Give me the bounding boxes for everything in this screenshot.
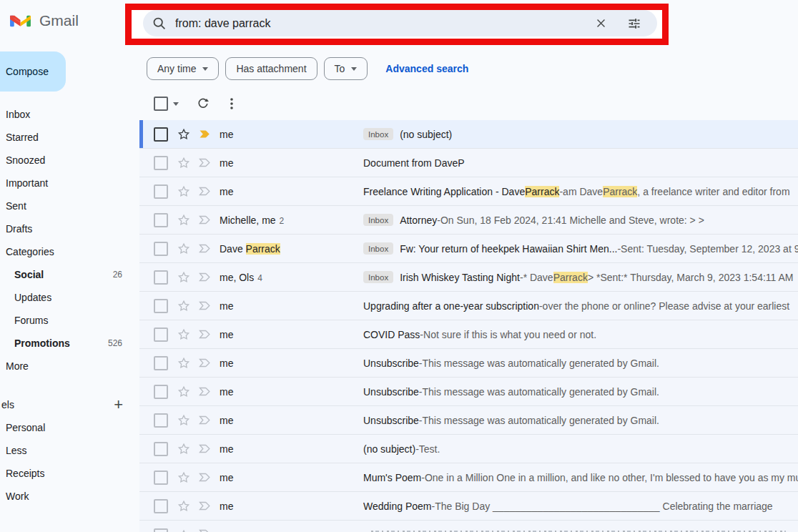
select-dropdown-chevron-icon[interactable] bbox=[173, 102, 179, 106]
thread-row[interactable]: meFreelance Writing Application - Dave P… bbox=[139, 177, 798, 206]
sidebar-item-snoozed[interactable]: Snoozed bbox=[0, 149, 139, 172]
row-checkbox[interactable] bbox=[154, 385, 168, 399]
thread-row[interactable]: meCOVID Pass - Not sure if this is what … bbox=[139, 320, 798, 349]
compose-button[interactable]: Compose bbox=[0, 51, 66, 92]
importance-marker-icon[interactable] bbox=[198, 129, 212, 139]
row-checkbox[interactable] bbox=[154, 471, 168, 485]
select-all-checkbox[interactable] bbox=[154, 97, 168, 111]
importance-marker-icon[interactable] bbox=[198, 272, 212, 282]
sidebar-item-sent[interactable]: Sent bbox=[0, 194, 139, 217]
importance-marker-icon[interactable] bbox=[198, 157, 212, 168]
thread-row[interactable]: me(no subject) - Test. bbox=[139, 435, 798, 463]
sidebar-item-drafts[interactable]: Drafts bbox=[0, 217, 139, 240]
importance-marker-icon[interactable] bbox=[198, 358, 212, 368]
sidebar-label-personal[interactable]: Personal bbox=[0, 416, 139, 439]
sidebar-item-starred[interactable]: Starred bbox=[0, 126, 139, 149]
star-icon[interactable] bbox=[177, 442, 191, 456]
subject-text: Fw: Your return of heekpek Hawaiian Shir… bbox=[400, 243, 617, 255]
thread-row[interactable] bbox=[139, 521, 798, 532]
filter-chip-label: To bbox=[335, 63, 345, 74]
thread-row[interactable]: meInbox(no subject) bbox=[139, 120, 798, 149]
create-label-plus-icon[interactable]: + bbox=[114, 397, 123, 413]
row-checkbox[interactable] bbox=[154, 528, 168, 532]
importance-marker-icon[interactable] bbox=[198, 443, 212, 454]
star-icon[interactable] bbox=[177, 242, 191, 256]
thread-row[interactable]: meMum's Poem - One in a Million One in a… bbox=[139, 463, 798, 492]
sidebar-item-inbox[interactable]: Inbox bbox=[0, 103, 139, 126]
filter-chip-to[interactable]: To bbox=[324, 57, 368, 80]
sidebar-item-social[interactable]: Social26 bbox=[0, 263, 139, 286]
sender-text: me bbox=[220, 358, 233, 369]
refresh-icon[interactable] bbox=[196, 97, 210, 111]
sidebar-item-promotions[interactable]: Promotions526 bbox=[0, 332, 139, 355]
star-icon[interactable] bbox=[177, 413, 191, 428]
row-checkbox[interactable] bbox=[154, 327, 168, 342]
thread-row[interactable]: Michelle, me2InboxAttorney - On Sun, 18 … bbox=[139, 206, 798, 235]
row-checkbox[interactable] bbox=[154, 127, 168, 142]
row-checkbox[interactable] bbox=[154, 299, 168, 313]
importance-marker-icon[interactable] bbox=[198, 215, 212, 225]
row-checkbox[interactable] bbox=[154, 184, 168, 199]
row-checkbox[interactable] bbox=[154, 442, 168, 456]
sidebar-nav: InboxStarredSnoozedImportantSentDraftsCa… bbox=[0, 103, 139, 508]
star-icon[interactable] bbox=[177, 385, 191, 399]
importance-marker-icon[interactable] bbox=[198, 528, 212, 532]
importance-marker-icon[interactable] bbox=[198, 300, 212, 311]
row-checkbox[interactable] bbox=[154, 356, 168, 370]
row-checkbox[interactable] bbox=[154, 413, 168, 428]
sidebar-item-label: Social bbox=[14, 269, 44, 280]
thread-row[interactable]: meWedding Poem - The Big Day ___________… bbox=[139, 492, 798, 521]
thread-row[interactable]: meUpgrading after a one-year subscriptio… bbox=[139, 292, 798, 320]
clear-search-icon[interactable] bbox=[595, 17, 607, 29]
search-options-icon[interactable] bbox=[627, 16, 641, 31]
star-icon[interactable] bbox=[177, 127, 191, 142]
row-checkbox[interactable] bbox=[154, 499, 168, 513]
star-icon[interactable] bbox=[177, 270, 191, 285]
star-icon[interactable] bbox=[177, 356, 191, 370]
filter-chip-has-attachment[interactable]: Has attachment bbox=[225, 57, 317, 80]
row-checkbox[interactable] bbox=[154, 270, 168, 285]
sidebar-label-work[interactable]: Work bbox=[0, 485, 139, 508]
importance-marker-icon[interactable] bbox=[198, 415, 212, 425]
snippet-text: This message was automatically generated… bbox=[423, 386, 659, 398]
thread-row[interactable]: meDocument from DaveP bbox=[139, 149, 798, 177]
search-bar[interactable]: from: dave parrack bbox=[143, 10, 657, 36]
filter-chip-any-time[interactable]: Any time bbox=[147, 57, 219, 80]
star-icon[interactable] bbox=[177, 327, 191, 342]
more-options-icon[interactable] bbox=[225, 97, 238, 111]
star-icon[interactable] bbox=[177, 213, 191, 227]
sidebar-label-less[interactable]: Less bbox=[0, 439, 139, 462]
star-icon[interactable] bbox=[177, 528, 191, 532]
star-icon[interactable] bbox=[177, 471, 191, 485]
sidebar-item-important[interactable]: Important bbox=[0, 172, 139, 194]
importance-marker-icon[interactable] bbox=[198, 329, 212, 340]
sender-cell: me, Ols4 bbox=[220, 272, 348, 283]
importance-marker-icon[interactable] bbox=[198, 243, 212, 254]
star-icon[interactable] bbox=[177, 184, 191, 199]
row-checkbox[interactable] bbox=[154, 213, 168, 227]
sidebar-label-receipts[interactable]: Receipts bbox=[0, 462, 139, 485]
sidebar-item-forums[interactable]: Forums bbox=[0, 309, 139, 332]
thread-row[interactable]: meUnsubscribe - This message was automat… bbox=[139, 349, 798, 378]
thread-row[interactable]: Dave ParrackInboxFw: Your return of heek… bbox=[139, 235, 798, 263]
importance-marker-icon[interactable] bbox=[198, 501, 212, 511]
search-input-value[interactable]: from: dave parrack bbox=[175, 17, 595, 30]
thread-row[interactable]: meUnsubscribe - This message was automat… bbox=[139, 378, 798, 406]
sidebar-item-updates[interactable]: Updates bbox=[0, 286, 139, 309]
advanced-search-link[interactable]: Advanced search bbox=[385, 63, 468, 74]
subject-text: Upgrading after a one-year subscription bbox=[363, 300, 539, 312]
sidebar-item-more[interactable]: More bbox=[0, 355, 139, 378]
importance-marker-icon[interactable] bbox=[198, 186, 212, 197]
star-icon[interactable] bbox=[177, 499, 191, 513]
search-icon[interactable] bbox=[152, 16, 167, 31]
thread-row[interactable]: me, Ols4InboxIrish Whiskey Tasting Night… bbox=[139, 263, 798, 292]
star-icon[interactable] bbox=[177, 156, 191, 170]
importance-marker-icon[interactable] bbox=[198, 472, 212, 483]
sidebar-item-label: Promotions bbox=[14, 338, 70, 349]
thread-row[interactable]: meUnsubscribe - This message was automat… bbox=[139, 406, 798, 435]
sidebar-item-categories[interactable]: Categories bbox=[0, 240, 139, 263]
row-checkbox[interactable] bbox=[154, 156, 168, 170]
star-icon[interactable] bbox=[177, 299, 191, 313]
importance-marker-icon[interactable] bbox=[198, 386, 212, 397]
row-checkbox[interactable] bbox=[154, 242, 168, 256]
